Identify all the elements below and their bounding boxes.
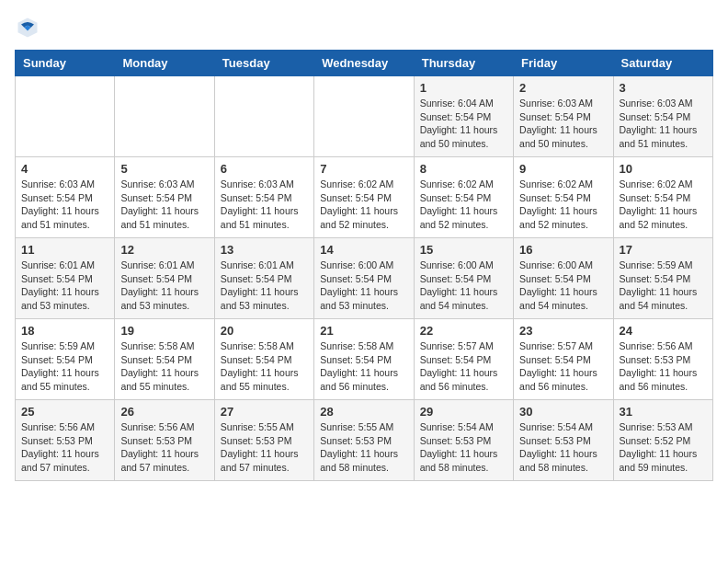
calendar-cell: 17Sunrise: 5:59 AM Sunset: 5:54 PM Dayli… [613, 238, 712, 319]
day-number: 14 [320, 243, 407, 257]
day-number: 19 [120, 324, 208, 338]
day-number: 3 [620, 81, 707, 95]
cell-info: Sunrise: 5:56 AM Sunset: 5:53 PM Dayligh… [120, 420, 208, 475]
cell-info: Sunrise: 6:04 AM Sunset: 5:54 PM Dayligh… [420, 97, 507, 151]
day-number: 13 [221, 243, 308, 257]
calendar-cell [16, 76, 115, 157]
cell-info: Sunrise: 5:54 AM Sunset: 5:53 PM Dayligh… [519, 420, 607, 475]
cell-info: Sunrise: 6:03 AM Sunset: 5:54 PM Dayligh… [120, 178, 208, 232]
day-number: 25 [21, 405, 108, 419]
cell-info: Sunrise: 6:03 AM Sunset: 5:54 PM Dayligh… [620, 97, 707, 151]
day-number: 1 [420, 81, 507, 95]
calendar-cell: 31Sunrise: 5:53 AM Sunset: 5:52 PM Dayli… [613, 400, 712, 481]
day-number: 23 [519, 324, 607, 338]
calendar-cell: 18Sunrise: 5:59 AM Sunset: 5:54 PM Dayli… [16, 319, 115, 400]
cell-info: Sunrise: 5:54 AM Sunset: 5:53 PM Dayligh… [420, 420, 507, 475]
calendar-cell: 22Sunrise: 5:57 AM Sunset: 5:54 PM Dayli… [414, 319, 513, 400]
day-number: 9 [519, 162, 607, 176]
calendar-cell: 5Sunrise: 6:03 AM Sunset: 5:54 PM Daylig… [115, 157, 214, 238]
cell-info: Sunrise: 5:58 AM Sunset: 5:54 PM Dayligh… [221, 339, 308, 394]
day-number: 20 [221, 324, 308, 338]
cell-info: Sunrise: 6:02 AM Sunset: 5:54 PM Dayligh… [320, 178, 407, 232]
day-number: 31 [620, 405, 707, 419]
day-number: 26 [120, 405, 208, 419]
day-number: 22 [420, 324, 507, 338]
cell-info: Sunrise: 6:00 AM Sunset: 5:54 PM Dayligh… [519, 259, 607, 313]
logo [15, 15, 44, 40]
calendar-cell: 25Sunrise: 5:56 AM Sunset: 5:53 PM Dayli… [16, 400, 115, 481]
cell-info: Sunrise: 5:58 AM Sunset: 5:54 PM Dayligh… [120, 339, 208, 394]
weekday-header-monday: Monday [115, 51, 214, 76]
cell-info: Sunrise: 5:56 AM Sunset: 5:53 PM Dayligh… [21, 420, 108, 475]
calendar-cell: 14Sunrise: 6:00 AM Sunset: 5:54 PM Dayli… [314, 238, 414, 319]
day-number: 11 [21, 243, 108, 257]
day-number: 21 [320, 324, 407, 338]
calendar-cell: 23Sunrise: 5:57 AM Sunset: 5:54 PM Dayli… [514, 319, 613, 400]
cell-info: Sunrise: 5:57 AM Sunset: 5:54 PM Dayligh… [420, 339, 507, 394]
day-number: 24 [620, 324, 707, 338]
day-number: 5 [120, 162, 208, 176]
calendar-cell: 2Sunrise: 6:03 AM Sunset: 5:54 PM Daylig… [514, 76, 613, 157]
weekday-header-friday: Friday [514, 51, 613, 76]
cell-info: Sunrise: 6:03 AM Sunset: 5:54 PM Dayligh… [519, 97, 607, 151]
cell-info: Sunrise: 6:02 AM Sunset: 5:54 PM Dayligh… [620, 178, 707, 232]
calendar-cell: 16Sunrise: 6:00 AM Sunset: 5:54 PM Dayli… [514, 238, 613, 319]
cell-info: Sunrise: 5:53 AM Sunset: 5:52 PM Dayligh… [620, 420, 707, 475]
day-number: 27 [221, 405, 308, 419]
weekday-header-sunday: Sunday [16, 51, 115, 76]
day-number: 18 [21, 324, 108, 338]
calendar-cell: 15Sunrise: 6:00 AM Sunset: 5:54 PM Dayli… [414, 238, 513, 319]
day-number: 29 [420, 405, 507, 419]
calendar-cell: 8Sunrise: 6:02 AM Sunset: 5:54 PM Daylig… [414, 157, 513, 238]
calendar-cell: 21Sunrise: 5:58 AM Sunset: 5:54 PM Dayli… [314, 319, 414, 400]
calendar-cell: 10Sunrise: 6:02 AM Sunset: 5:54 PM Dayli… [613, 157, 712, 238]
cell-info: Sunrise: 6:02 AM Sunset: 5:54 PM Dayligh… [519, 178, 607, 232]
calendar-cell: 24Sunrise: 5:56 AM Sunset: 5:53 PM Dayli… [613, 319, 712, 400]
calendar-cell: 1Sunrise: 6:04 AM Sunset: 5:54 PM Daylig… [414, 76, 513, 157]
calendar-cell: 19Sunrise: 5:58 AM Sunset: 5:54 PM Dayli… [115, 319, 214, 400]
calendar-cell: 13Sunrise: 6:01 AM Sunset: 5:54 PM Dayli… [214, 238, 313, 319]
calendar-cell: 28Sunrise: 5:55 AM Sunset: 5:53 PM Dayli… [314, 400, 414, 481]
weekday-header-thursday: Thursday [414, 51, 513, 76]
cell-info: Sunrise: 6:01 AM Sunset: 5:54 PM Dayligh… [120, 259, 208, 313]
weekday-header-saturday: Saturday [613, 51, 712, 76]
calendar-cell: 4Sunrise: 6:03 AM Sunset: 5:54 PM Daylig… [16, 157, 115, 238]
calendar-cell: 7Sunrise: 6:02 AM Sunset: 5:54 PM Daylig… [314, 157, 414, 238]
cell-info: Sunrise: 6:01 AM Sunset: 5:54 PM Dayligh… [21, 259, 108, 313]
calendar-cell: 12Sunrise: 6:01 AM Sunset: 5:54 PM Dayli… [115, 238, 214, 319]
day-number: 2 [519, 81, 607, 95]
logo-icon [15, 15, 40, 40]
cell-info: Sunrise: 6:00 AM Sunset: 5:54 PM Dayligh… [420, 259, 507, 313]
cell-info: Sunrise: 6:02 AM Sunset: 5:54 PM Dayligh… [420, 178, 507, 232]
day-number: 8 [420, 162, 507, 176]
day-number: 10 [620, 162, 707, 176]
weekday-header-wednesday: Wednesday [314, 51, 414, 76]
day-number: 12 [120, 243, 208, 257]
calendar-table: SundayMondayTuesdayWednesdayThursdayFrid… [15, 50, 713, 481]
cell-info: Sunrise: 5:57 AM Sunset: 5:54 PM Dayligh… [519, 339, 607, 394]
calendar-cell [115, 76, 214, 157]
cell-info: Sunrise: 6:01 AM Sunset: 5:54 PM Dayligh… [221, 259, 308, 313]
day-number: 30 [519, 405, 607, 419]
day-number: 7 [320, 162, 407, 176]
cell-info: Sunrise: 6:03 AM Sunset: 5:54 PM Dayligh… [21, 178, 108, 232]
calendar-cell: 3Sunrise: 6:03 AM Sunset: 5:54 PM Daylig… [613, 76, 712, 157]
day-number: 6 [221, 162, 308, 176]
day-number: 4 [21, 162, 108, 176]
day-number: 15 [420, 243, 507, 257]
cell-info: Sunrise: 5:56 AM Sunset: 5:53 PM Dayligh… [620, 339, 707, 394]
calendar-cell: 6Sunrise: 6:03 AM Sunset: 5:54 PM Daylig… [214, 157, 313, 238]
day-number: 28 [320, 405, 407, 419]
day-number: 17 [620, 243, 707, 257]
weekday-header-tuesday: Tuesday [214, 51, 313, 76]
calendar-cell: 27Sunrise: 5:55 AM Sunset: 5:53 PM Dayli… [214, 400, 313, 481]
cell-info: Sunrise: 5:59 AM Sunset: 5:54 PM Dayligh… [21, 339, 108, 394]
calendar-cell: 26Sunrise: 5:56 AM Sunset: 5:53 PM Dayli… [115, 400, 214, 481]
page-header [15, 15, 713, 40]
cell-info: Sunrise: 6:03 AM Sunset: 5:54 PM Dayligh… [221, 178, 308, 232]
cell-info: Sunrise: 5:58 AM Sunset: 5:54 PM Dayligh… [320, 339, 407, 394]
calendar-cell: 29Sunrise: 5:54 AM Sunset: 5:53 PM Dayli… [414, 400, 513, 481]
calendar-cell [314, 76, 414, 157]
day-number: 16 [519, 243, 607, 257]
cell-info: Sunrise: 5:55 AM Sunset: 5:53 PM Dayligh… [320, 420, 407, 475]
